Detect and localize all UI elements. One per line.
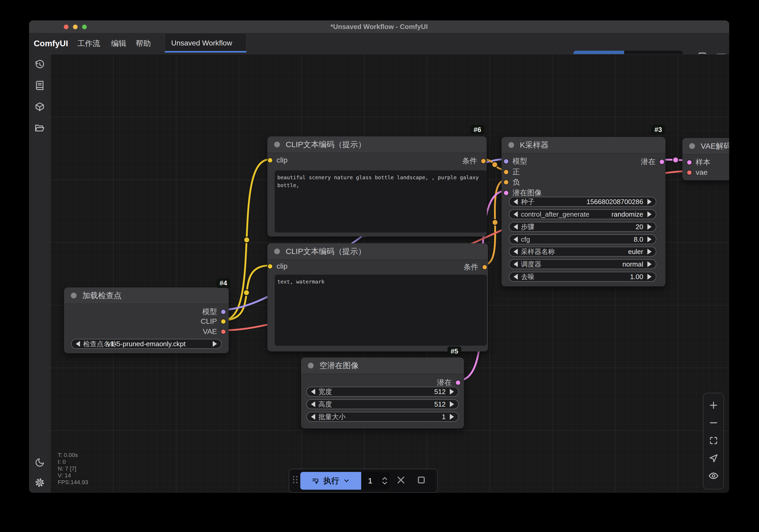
output-slot-clip[interactable]: CLIP <box>201 317 226 325</box>
slot-dot-clip[interactable] <box>267 158 273 163</box>
node-header[interactable]: 空潜在图像 <box>301 358 464 374</box>
tab-unsaved-workflow[interactable]: Unsaved Workflow <box>165 33 247 53</box>
widget-scheduler[interactable]: 调度器 normal <box>509 259 656 269</box>
widget-next-arrow[interactable] <box>450 401 454 407</box>
slot-dot-latent[interactable] <box>687 160 692 165</box>
link-midpoint-dot[interactable] <box>244 290 249 295</box>
widget-next-arrow[interactable] <box>647 261 652 267</box>
zoom-in-button[interactable] <box>709 400 718 411</box>
widget-next-arrow[interactable] <box>647 237 652 242</box>
widget-prev-arrow[interactable] <box>514 274 518 280</box>
slot-dot-latent[interactable] <box>455 380 461 385</box>
prompt-textarea-positive[interactable]: beautiful scenery nature glass bottle la… <box>275 171 487 233</box>
output-slot-vae[interactable]: VAE <box>203 327 226 336</box>
link-midpoint-dot[interactable] <box>492 162 498 168</box>
node-empty-latent-image[interactable]: 空潜在图像 潜在 宽度 512 高度 512 批量大小 1 <box>301 358 464 429</box>
stop-button[interactable] <box>416 475 426 486</box>
toggle-links-visibility-button[interactable] <box>709 471 718 481</box>
link-midpoint-dot[interactable] <box>673 157 678 163</box>
input-slot-clip[interactable]: clip <box>267 156 288 164</box>
node-header[interactable]: CLIP文本编码（提示） <box>267 136 487 153</box>
batch-count-input[interactable]: 1 <box>361 472 390 490</box>
slot-dot-clip[interactable] <box>267 264 273 269</box>
input-slot-negative[interactable]: 负 <box>503 177 520 187</box>
slot-dot-vae[interactable] <box>220 329 226 334</box>
theme-toggle-button[interactable] <box>35 458 45 468</box>
app-logo[interactable]: ComfyUI <box>34 33 68 54</box>
sidebar-model-library-button[interactable] <box>35 102 45 112</box>
slot-dot-vae[interactable] <box>687 170 692 175</box>
widget-next-arrow[interactable] <box>647 211 652 217</box>
settings-button[interactable] <box>35 478 45 488</box>
menu-help[interactable]: 帮助 <box>136 33 151 54</box>
input-slot-positive[interactable]: 正 <box>503 167 520 177</box>
output-slot-latent[interactable]: 潜在 <box>437 378 461 388</box>
output-slot-conditioning[interactable]: 条件 <box>462 156 486 166</box>
input-slot-vae[interactable]: vae <box>687 168 707 177</box>
widget-batch-size[interactable]: 批量大小 1 <box>306 412 459 422</box>
clear-queue-button[interactable] <box>396 475 406 486</box>
slot-dot-model[interactable] <box>220 309 226 315</box>
link-midpoint-dot[interactable] <box>244 237 250 243</box>
widget-next-arrow[interactable] <box>450 414 454 420</box>
node-vae-decode[interactable]: VAE解码 样本 vae <box>682 138 729 180</box>
sidebar-queue-history-button[interactable] <box>35 60 45 70</box>
sidebar-node-library-button[interactable] <box>35 81 45 91</box>
widget-prev-arrow[interactable] <box>514 199 518 205</box>
widget-next-arrow[interactable] <box>213 341 217 347</box>
input-slot-samples[interactable]: 样本 <box>687 157 710 167</box>
queue-bar-drag-handle[interactable] <box>293 476 298 483</box>
node-ksampler[interactable]: K采样器 模型 正 负 潜在图像 潜在 <box>501 137 665 286</box>
widget-control-after-generate[interactable]: control_after_generate randomize <box>509 209 656 219</box>
widget-prev-arrow[interactable] <box>76 341 80 347</box>
widget-next-arrow[interactable] <box>450 389 454 395</box>
widget-seed[interactable]: 种子 156680208700286 <box>509 197 656 207</box>
prompt-textarea-negative[interactable]: text, watermark <box>275 275 487 346</box>
slot-dot-latent[interactable] <box>503 190 509 196</box>
widget-prev-arrow[interactable] <box>514 237 518 242</box>
node-header[interactable]: 加载检查点 <box>64 287 229 304</box>
fit-view-button[interactable] <box>709 436 718 446</box>
widget-prev-arrow[interactable] <box>514 224 518 230</box>
widget-cfg[interactable]: cfg 8.0 <box>509 234 656 244</box>
widget-prev-arrow[interactable] <box>514 211 518 217</box>
chevron-up-icon[interactable] <box>382 477 387 480</box>
graph-canvas[interactable]: #6 #3 #4 #5 CLIP文本编码（提示） clip 条件 beautif… <box>51 54 729 493</box>
node-header[interactable]: VAE解码 <box>682 138 729 155</box>
widget-next-arrow[interactable] <box>647 224 652 230</box>
widget-steps[interactable]: 步骤 20 <box>509 222 656 232</box>
node-load-checkpoint[interactable]: 加载检查点 模型 CLIP VAE 检查点名称 v1-5-pruned-emao… <box>64 287 229 353</box>
node-clip-text-encode-positive[interactable]: CLIP文本编码（提示） clip 条件 beautiful scenery n… <box>267 136 487 237</box>
node-header[interactable]: CLIP文本编码（提示） <box>267 243 488 260</box>
input-slot-latent-image[interactable]: 潜在图像 <box>503 188 542 198</box>
widget-prev-arrow[interactable] <box>311 401 315 407</box>
chevron-down-icon[interactable] <box>382 481 387 485</box>
slot-dot-conditioning[interactable] <box>482 264 488 270</box>
node-clip-text-encode-negative[interactable]: CLIP文本编码（提示） clip 条件 text, watermark <box>267 243 488 352</box>
sidebar-workflows-button[interactable] <box>35 123 45 133</box>
widget-prev-arrow[interactable] <box>514 249 518 254</box>
input-slot-model[interactable]: 模型 <box>503 156 527 166</box>
slot-dot-conditioning[interactable] <box>503 169 509 175</box>
widget-sampler-name[interactable]: 采样器名称 euler <box>509 247 656 257</box>
input-slot-clip[interactable]: clip <box>267 262 288 270</box>
widget-prev-arrow[interactable] <box>311 389 315 395</box>
widget-height[interactable]: 高度 512 <box>306 399 459 409</box>
pan-mode-button[interactable] <box>709 454 718 464</box>
widget-prev-arrow[interactable] <box>514 261 518 267</box>
widget-checkpoint-name[interactable]: 检查点名称 v1-5-pruned-emaonly.ckpt <box>71 339 221 349</box>
widget-next-arrow[interactable] <box>647 249 652 254</box>
output-slot-conditioning[interactable]: 条件 <box>464 262 488 272</box>
menu-workflow[interactable]: 工作流 <box>77 33 100 54</box>
slot-dot-conditioning[interactable] <box>481 158 486 164</box>
node-header[interactable]: K采样器 <box>501 137 665 154</box>
output-slot-model[interactable]: 模型 <box>202 307 226 317</box>
widget-width[interactable]: 宽度 512 <box>306 387 459 397</box>
slot-dot-conditioning[interactable] <box>503 179 509 185</box>
widget-next-arrow[interactable] <box>647 199 652 205</box>
widget-next-arrow[interactable] <box>647 274 652 280</box>
slot-dot-model[interactable] <box>503 159 509 164</box>
link-midpoint-dot[interactable] <box>492 219 498 225</box>
output-slot-latent[interactable]: 潜在 <box>641 157 665 167</box>
zoom-out-button[interactable] <box>709 418 718 429</box>
